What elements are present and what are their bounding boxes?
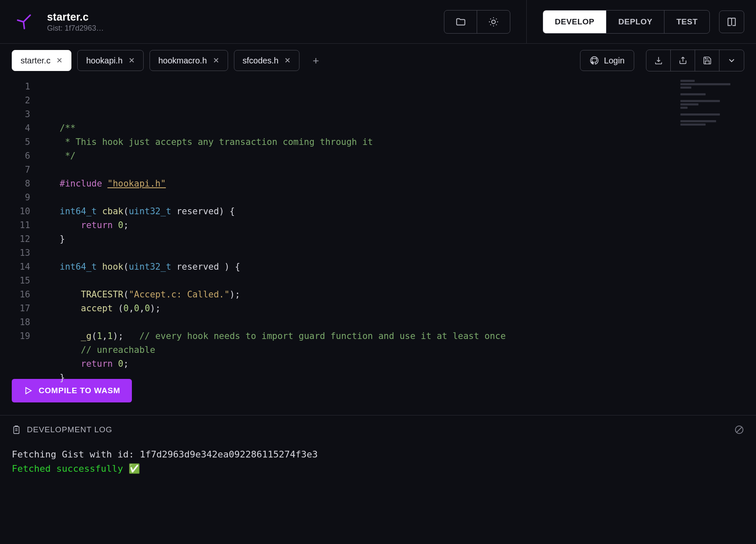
login-label: Login <box>604 56 625 66</box>
line-number: 3 <box>0 108 42 121</box>
more-button[interactable] <box>719 50 744 71</box>
line-number: 1 <box>0 80 42 94</box>
dev-log-title: DEVELOPMENT LOG <box>27 425 113 434</box>
line-number: 16 <box>0 288 42 302</box>
github-icon <box>590 56 599 65</box>
tab-bar: starter.c✕hookapi.h✕hookmacro.h✕sfcodes.… <box>0 44 756 77</box>
code-line[interactable]: } <box>42 232 756 246</box>
tab-label: hookmacro.h <box>158 56 207 66</box>
line-gutter: 12345678910111213141516171819 <box>0 77 42 371</box>
dev-log: DEVELOPMENT LOG Fetching Gist with id: 1… <box>0 415 756 476</box>
code-line[interactable]: TRACESTR("Accept.c: Called."); <box>42 288 756 302</box>
line-number: 6 <box>0 149 42 163</box>
share-button[interactable] <box>671 50 695 71</box>
tab-label: sfcodes.h <box>243 56 279 66</box>
theme-toggle-button[interactable] <box>477 11 510 33</box>
mode-develop-button[interactable]: DEVELOP <box>543 11 606 33</box>
mode-switch: DEVELOP DEPLOY TEST <box>543 10 710 34</box>
svg-point-0 <box>492 20 496 24</box>
tab-label: starter.c <box>21 56 50 66</box>
line-number: 11 <box>0 218 42 232</box>
login-button[interactable]: Login <box>580 50 634 71</box>
open-folder-button[interactable] <box>444 11 477 33</box>
save-button[interactable] <box>695 50 719 71</box>
compile-label: COMPILE TO WASM <box>39 386 120 395</box>
code-line[interactable] <box>42 246 756 260</box>
play-icon <box>24 386 33 395</box>
app-logo <box>12 13 35 30</box>
code-line[interactable] <box>42 274 756 288</box>
code-line[interactable] <box>42 315 756 329</box>
line-number: 7 <box>0 163 42 177</box>
folder-icon <box>455 16 466 27</box>
line-number: 19 <box>0 329 42 343</box>
code-line[interactable]: * This hook just accepts any transaction… <box>42 135 756 149</box>
file-tab[interactable]: starter.c✕ <box>12 50 71 71</box>
dev-log-body: Fetching Gist with id: 1f7d2963d9e342ea0… <box>12 447 744 476</box>
line-number: 15 <box>0 274 42 288</box>
log-line: Fetched successfully ✅ <box>12 462 744 476</box>
save-icon <box>703 56 712 65</box>
code-line[interactable]: int64_t cbak(uint32_t reserved) { <box>42 205 756 218</box>
code-line[interactable]: } <box>42 371 756 385</box>
app-header: starter.c Gist: 1f7d2963… DEVELOP DEPLOY… <box>0 0 756 44</box>
line-number: 12 <box>0 232 42 246</box>
mode-deploy-button[interactable]: DEPLOY <box>606 11 664 33</box>
code-line[interactable]: */ <box>42 149 756 163</box>
chevron-down-icon <box>727 56 736 65</box>
line-number: 2 <box>0 94 42 108</box>
tab-close-button[interactable]: ✕ <box>129 56 135 65</box>
tabbar-action-group <box>646 50 744 71</box>
code-line[interactable] <box>42 163 756 177</box>
line-number: 5 <box>0 135 42 149</box>
header-util-group <box>444 10 510 34</box>
code-editor[interactable]: 12345678910111213141516171819 /** * This… <box>0 77 756 371</box>
code-line[interactable]: // unreachable <box>42 343 756 357</box>
mode-test-button[interactable]: TEST <box>664 11 709 33</box>
line-number: 8 <box>0 177 42 191</box>
line-number: 18 <box>0 315 42 329</box>
code-line[interactable] <box>42 191 756 205</box>
line-number: 13 <box>0 246 42 260</box>
code-line[interactable]: int64_t hook(uint32_t reserved ) { <box>42 260 756 274</box>
logo-icon <box>15 13 32 30</box>
clear-log-button[interactable] <box>734 425 744 435</box>
file-tab[interactable]: hookapi.h✕ <box>77 50 144 71</box>
clipboard-icon <box>12 425 21 434</box>
header-divider <box>526 0 527 44</box>
sun-icon <box>488 16 499 27</box>
tab-close-button[interactable]: ✕ <box>284 56 291 65</box>
svg-rect-1 <box>14 427 19 434</box>
line-number: 10 <box>0 205 42 218</box>
line-number: 14 <box>0 260 42 274</box>
minimap[interactable] <box>680 80 752 130</box>
tab-label: hookapi.h <box>86 56 123 66</box>
tab-close-button[interactable]: ✕ <box>56 56 63 65</box>
code-line[interactable]: #include "hookapi.h" <box>42 177 756 191</box>
share-icon <box>678 56 688 65</box>
log-line: Fetching Gist with id: 1f7d2963d9e342ea0… <box>12 447 744 462</box>
file-tab[interactable]: hookmacro.h✕ <box>150 50 228 71</box>
code-line[interactable]: /** <box>42 121 756 135</box>
title-block: starter.c Gist: 1f7d2963… <box>47 11 104 33</box>
file-tab[interactable]: sfcodes.h✕ <box>234 50 300 71</box>
dev-log-header: DEVELOPMENT LOG <box>12 425 744 435</box>
code-line[interactable]: _g(1,1); // every hook needs to import g… <box>42 329 756 343</box>
line-number: 9 <box>0 191 42 205</box>
current-line-highlight <box>42 80 756 94</box>
code-line[interactable]: return 0; <box>42 357 756 371</box>
download-icon <box>654 56 663 65</box>
add-tab-button[interactable]: + <box>305 50 326 71</box>
gist-subtitle: Gist: 1f7d2963… <box>47 24 104 33</box>
code-line[interactable]: accept (0,0,0); <box>42 302 756 315</box>
line-number: 4 <box>0 121 42 135</box>
code-content[interactable]: /** * This hook just accepts any transac… <box>42 77 756 371</box>
docs-button[interactable] <box>719 11 744 33</box>
tab-close-button[interactable]: ✕ <box>213 56 219 65</box>
line-number: 17 <box>0 302 42 315</box>
book-icon <box>726 16 737 27</box>
file-title: starter.c <box>47 11 104 23</box>
download-button[interactable] <box>646 50 671 71</box>
no-entry-icon <box>734 425 744 435</box>
code-line[interactable]: return 0; <box>42 218 756 232</box>
